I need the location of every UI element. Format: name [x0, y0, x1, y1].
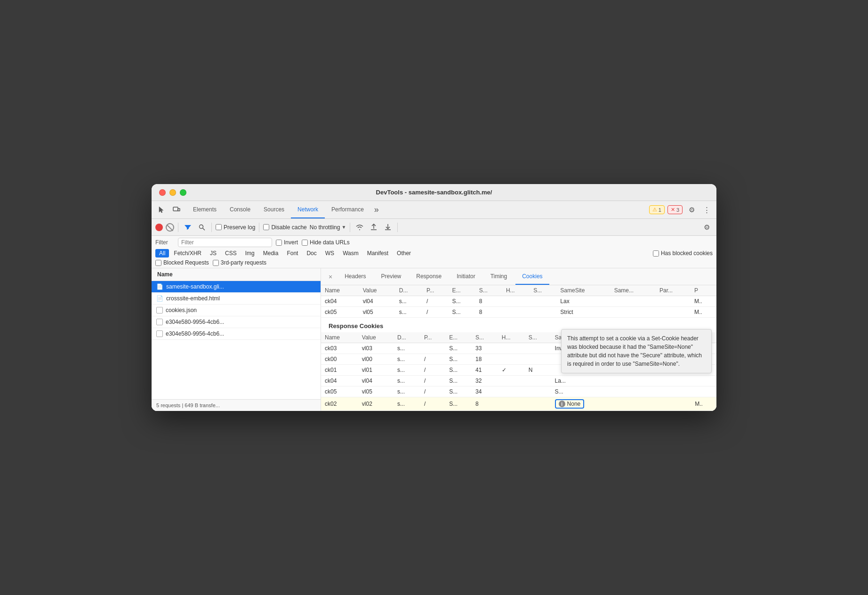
- table-row[interactable]: ck05 vl05 s... / S... 8 Strict: [321, 307, 716, 318]
- invert-checkbox[interactable]: Invert: [276, 239, 298, 246]
- col-domain: D...: [395, 285, 423, 296]
- throttle-select[interactable]: No throttling ▼: [310, 224, 346, 231]
- cell-expires: S...: [449, 296, 475, 307]
- cell-size: 8: [475, 296, 502, 307]
- error-badge[interactable]: ✕ 3: [667, 205, 683, 214]
- more-options-icon[interactable]: ⋮: [700, 204, 713, 216]
- cell-value: vl02: [358, 397, 394, 411]
- panel-tab-response[interactable]: Response: [410, 268, 448, 285]
- sidebar-item-1[interactable]: 📄 crosssite-embed.html: [152, 293, 321, 305]
- sidebar-item-4[interactable]: e304e580-9956-4cb6...: [152, 328, 321, 340]
- tab-console[interactable]: Console: [223, 201, 257, 218]
- cell-domain: s...: [394, 386, 420, 397]
- filter-icon[interactable]: [182, 222, 193, 233]
- cell-value: vl05: [358, 386, 394, 397]
- filter-type-wasm[interactable]: Wasm: [339, 249, 362, 257]
- tab-icons: [155, 204, 183, 216]
- throttle-arrow-icon: ▼: [341, 225, 346, 230]
- wifi-icon[interactable]: [354, 222, 365, 233]
- sidebar-item-2[interactable]: cookies.json: [152, 305, 321, 316]
- cell-size: 41: [472, 365, 498, 376]
- cell-name: ck05: [321, 307, 359, 318]
- panel-tab-preview[interactable]: Preview: [375, 268, 408, 285]
- sidebar-header: Name: [152, 268, 321, 281]
- device-toggle-icon[interactable]: [170, 204, 183, 216]
- filter-type-font[interactable]: Font: [283, 249, 302, 257]
- cell-domain: s...: [394, 343, 420, 354]
- cell-expires: S...: [445, 354, 472, 365]
- cell-domain: s...: [394, 397, 420, 411]
- tab-network[interactable]: Network: [291, 201, 325, 218]
- cell-path: [420, 343, 445, 354]
- ck02-row[interactable]: ck02 vl02 s... / S... 8: [321, 397, 716, 411]
- sidebar-item-0[interactable]: 📄 samesite-sandbox.gli...: [152, 281, 321, 293]
- cursor-icon[interactable]: [155, 204, 168, 216]
- filter-type-fetch-xhr[interactable]: Fetch/XHR: [170, 249, 205, 257]
- warning-badge[interactable]: ⚠ 1: [649, 205, 665, 214]
- cell-value: vl04: [358, 376, 394, 386]
- panel-tab-initiator[interactable]: Initiator: [450, 268, 482, 285]
- panel-tab-cookies[interactable]: Cookies: [515, 268, 549, 285]
- svg-rect-1: [178, 209, 180, 211]
- record-button[interactable]: [155, 224, 163, 231]
- filter-type-ws[interactable]: WS: [321, 249, 338, 257]
- filter-type-all[interactable]: All: [155, 249, 169, 257]
- settings-icon[interactable]: ⚙: [685, 204, 698, 216]
- cell-name: ck03: [321, 343, 358, 354]
- filter-type-other[interactable]: Other: [393, 249, 415, 257]
- filter-input[interactable]: [178, 238, 272, 247]
- tab-sources[interactable]: Sources: [257, 201, 291, 218]
- filter-type-css[interactable]: CSS: [221, 249, 241, 257]
- disable-cache-checkbox[interactable]: Disable cache: [263, 224, 306, 231]
- cell-expires: S...: [449, 307, 475, 318]
- traffic-lights: [159, 189, 186, 196]
- cell-size: 8: [472, 397, 498, 411]
- blocked-requests-checkbox[interactable]: Blocked Requests: [155, 259, 209, 266]
- cell-samesite2: [611, 296, 656, 307]
- tab-performance[interactable]: Performance: [325, 201, 370, 218]
- panel-close-button[interactable]: ×: [325, 268, 336, 285]
- filter-row-1: Filter Invert Hide data URLs: [155, 238, 713, 247]
- cell-path: /: [420, 397, 445, 411]
- cell-partition: [657, 386, 691, 397]
- maximize-button[interactable]: [180, 189, 186, 196]
- cell-secure: [525, 386, 551, 397]
- filter-row-3: Blocked Requests 3rd-party requests: [155, 259, 713, 266]
- network-settings-icon[interactable]: ⚙: [700, 221, 713, 233]
- col-partition: Par...: [656, 285, 691, 296]
- cell-samesite: Strict: [556, 307, 610, 318]
- table-row[interactable]: ck05 vl05 s... / S... 34 S...: [321, 386, 716, 397]
- col-samesite: SameSite: [556, 285, 610, 296]
- filter-type-js[interactable]: JS: [206, 249, 220, 257]
- hide-data-urls-checkbox[interactable]: Hide data URLs: [302, 239, 350, 246]
- filter-type-media[interactable]: Media: [259, 249, 282, 257]
- close-button[interactable]: [159, 189, 166, 196]
- response-cookies-area: Name Value D... P... E... S... H... S...…: [321, 332, 716, 411]
- preserve-log-checkbox[interactable]: Preserve log: [216, 224, 255, 231]
- cell-name: ck05: [321, 386, 358, 397]
- cell-expires: S...: [445, 376, 472, 386]
- table-row[interactable]: ck04 vl04 s... / S... 8 Lax: [321, 296, 716, 307]
- resp-col-name: Name: [321, 332, 358, 343]
- minimize-button[interactable]: [169, 189, 176, 196]
- main-panel: × Headers Preview Response Initiator Tim…: [321, 268, 716, 411]
- clear-button[interactable]: [166, 223, 174, 232]
- download-icon[interactable]: [382, 222, 394, 233]
- search-icon[interactable]: [196, 222, 208, 233]
- panel-tab-timing[interactable]: Timing: [484, 268, 514, 285]
- cell-path: /: [420, 354, 445, 365]
- table-row[interactable]: ck04 vl04 s... / S... 32 La...: [321, 376, 716, 386]
- third-party-checkbox[interactable]: 3rd-party requests: [213, 259, 266, 266]
- filter-type-img[interactable]: Img: [241, 249, 258, 257]
- sidebar-item-3[interactable]: e304e580-9956-4cb6...: [152, 316, 321, 328]
- filter-type-doc[interactable]: Doc: [303, 249, 320, 257]
- upload-icon[interactable]: [368, 222, 379, 233]
- filter-type-manifest[interactable]: Manifest: [363, 249, 392, 257]
- col-name: Name: [321, 285, 359, 296]
- cell-path: /: [423, 307, 449, 318]
- cell-size: 33: [472, 343, 498, 354]
- tab-overflow[interactable]: »: [370, 205, 383, 215]
- panel-tab-headers[interactable]: Headers: [338, 268, 372, 285]
- tab-elements[interactable]: Elements: [186, 201, 223, 218]
- has-blocked-cookies-filter[interactable]: Has blocked cookies: [653, 250, 713, 257]
